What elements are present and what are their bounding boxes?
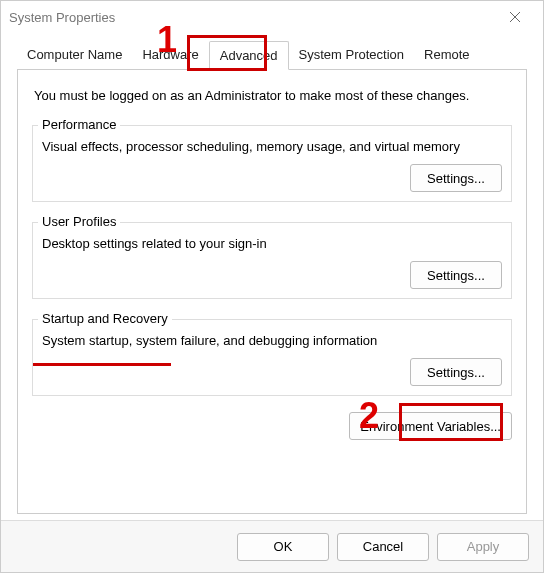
startup-recovery-settings-button[interactable]: Settings...: [410, 358, 502, 386]
close-button[interactable]: [495, 1, 535, 33]
tab-remote[interactable]: Remote: [414, 41, 480, 69]
admin-notice: You must be logged on as an Administrato…: [34, 88, 510, 103]
tab-content-advanced: You must be logged on as an Administrato…: [17, 70, 527, 514]
group-performance: Performance Visual effects, processor sc…: [32, 117, 512, 202]
group-performance-desc: Visual effects, processor scheduling, me…: [42, 139, 502, 154]
group-startup-recovery-legend: Startup and Recovery: [38, 311, 172, 326]
group-startup-recovery-desc: System startup, system failure, and debu…: [42, 333, 502, 348]
tab-strip: Computer Name Hardware Advanced System P…: [17, 41, 527, 70]
performance-settings-button[interactable]: Settings...: [410, 164, 502, 192]
group-user-profiles-legend: User Profiles: [38, 214, 120, 229]
group-performance-legend: Performance: [38, 117, 120, 132]
group-startup-recovery-btn-row: Settings...: [42, 358, 502, 386]
apply-button[interactable]: Apply: [437, 533, 529, 561]
environment-variables-button[interactable]: Environment Variables...: [349, 412, 512, 440]
group-user-profiles: User Profiles Desktop settings related t…: [32, 214, 512, 299]
tab-advanced[interactable]: Advanced: [209, 41, 289, 70]
dialog-footer: OK Cancel Apply: [1, 520, 543, 572]
tab-hardware[interactable]: Hardware: [132, 41, 208, 69]
group-user-profiles-desc: Desktop settings related to your sign-in: [42, 236, 502, 251]
tab-system-protection[interactable]: System Protection: [289, 41, 415, 69]
group-startup-recovery: Startup and Recovery System startup, sys…: [32, 311, 512, 396]
titlebar: System Properties: [1, 1, 543, 33]
system-properties-window: System Properties Computer Name Hardware…: [0, 0, 544, 573]
window-title: System Properties: [9, 10, 495, 25]
user-profiles-settings-button[interactable]: Settings...: [410, 261, 502, 289]
cancel-button[interactable]: Cancel: [337, 533, 429, 561]
ok-button[interactable]: OK: [237, 533, 329, 561]
group-user-profiles-btn-row: Settings...: [42, 261, 502, 289]
env-vars-row: Environment Variables...: [32, 412, 512, 440]
tab-computer-name[interactable]: Computer Name: [17, 41, 132, 69]
close-icon: [509, 11, 521, 23]
group-performance-btn-row: Settings...: [42, 164, 502, 192]
window-body: Computer Name Hardware Advanced System P…: [1, 33, 543, 520]
